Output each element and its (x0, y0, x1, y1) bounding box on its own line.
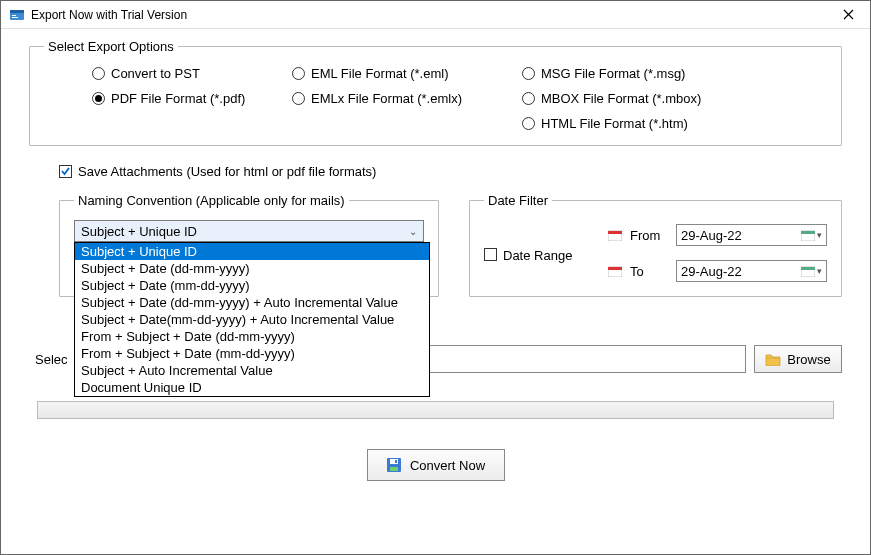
convert-now-button[interactable]: Convert Now (367, 449, 505, 481)
radio-label: HTML File Format (*.htm) (541, 116, 688, 131)
naming-option[interactable]: From + Subject + Date (mm-dd-yyyy) (75, 345, 429, 362)
naming-option[interactable]: Subject + Date (mm-dd-yyyy) (75, 277, 429, 294)
calendar-icon (608, 229, 622, 241)
radio-label: MSG File Format (*.msg) (541, 66, 685, 81)
naming-option[interactable]: Subject + Unique ID (75, 243, 429, 260)
svg-rect-14 (390, 467, 398, 471)
to-date-value: 29-Aug-22 (681, 264, 742, 279)
naming-convention-group: Naming Convention (Applicable only for m… (59, 193, 439, 297)
convert-now-label: Convert Now (410, 458, 485, 473)
naming-option[interactable]: Subject + Auto Incremental Value (75, 362, 429, 379)
chevron-down-icon: ▾ (817, 230, 822, 240)
radio-label: Convert to PST (111, 66, 200, 81)
progress-bar (37, 401, 834, 419)
naming-option[interactable]: Subject + Date (dd-mm-yyyy) + Auto Incre… (75, 294, 429, 311)
checkbox-icon (484, 248, 497, 261)
svg-rect-9 (608, 267, 622, 270)
save-icon (386, 457, 402, 473)
from-date-input[interactable]: 29-Aug-22 ▾ (676, 224, 827, 246)
naming-option[interactable]: Document Unique ID (75, 379, 429, 396)
radio-eml[interactable]: EML File Format (*.eml) (292, 66, 522, 81)
to-label: To (630, 264, 668, 279)
save-attachments-label: Save Attachments (Used for html or pdf f… (78, 164, 376, 179)
chevron-down-icon: ⌄ (409, 226, 417, 237)
svg-rect-5 (608, 231, 622, 234)
window-title: Export Now with Trial Version (31, 8, 828, 22)
date-filter-group: Date Filter Date Range From 29-Aug-22 ▾ (469, 193, 842, 297)
chevron-down-icon: ▾ (817, 266, 822, 276)
naming-option[interactable]: Subject + Date (dd-mm-yyyy) (75, 260, 429, 277)
radio-label: EMLx File Format (*.emlx) (311, 91, 462, 106)
radio-emlx[interactable]: EMLx File Format (*.emlx) (292, 91, 522, 106)
close-button[interactable] (828, 2, 868, 28)
naming-option[interactable]: From + Subject + Date (dd-mm-yyyy) (75, 328, 429, 345)
radio-convert-to-pst[interactable]: Convert to PST (92, 66, 292, 81)
radio-html[interactable]: HTML File Format (*.htm) (522, 116, 752, 131)
from-date-value: 29-Aug-22 (681, 228, 742, 243)
calendar-icon (608, 265, 622, 277)
naming-option[interactable]: Subject + Date(mm-dd-yyyy) + Auto Increm… (75, 311, 429, 328)
save-attachments-checkbox[interactable]: Save Attachments (Used for html or pdf f… (59, 164, 842, 179)
svg-rect-2 (12, 15, 16, 16)
close-icon (843, 9, 854, 20)
naming-combo-dropdown: Subject + Unique ID Subject + Date (dd-m… (74, 242, 430, 397)
svg-rect-15 (395, 460, 397, 463)
radio-label: PDF File Format (*.pdf) (111, 91, 245, 106)
calendar-icon (801, 265, 815, 277)
radio-pdf[interactable]: PDF File Format (*.pdf) (92, 91, 292, 106)
folder-icon (765, 353, 781, 366)
svg-rect-7 (801, 231, 815, 234)
naming-combo[interactable]: Subject + Unique ID ⌄ Subject + Unique I… (74, 220, 424, 242)
date-filter-legend: Date Filter (484, 193, 552, 208)
date-range-label: Date Range (503, 248, 572, 263)
from-label: From (630, 228, 668, 243)
export-options-group: Select Export Options Convert to PST EML… (29, 39, 842, 146)
radio-label: MBOX File Format (*.mbox) (541, 91, 701, 106)
checkbox-icon (59, 165, 72, 178)
naming-combo-display[interactable]: Subject + Unique ID ⌄ (74, 220, 424, 242)
browse-label: Browse (787, 352, 830, 367)
radio-label: EML File Format (*.eml) (311, 66, 448, 81)
app-icon (9, 7, 25, 23)
svg-rect-3 (12, 17, 18, 18)
titlebar: Export Now with Trial Version (1, 1, 870, 29)
svg-rect-11 (801, 267, 815, 270)
export-options-legend: Select Export Options (44, 39, 178, 54)
radio-msg[interactable]: MSG File Format (*.msg) (522, 66, 752, 81)
svg-rect-1 (10, 10, 24, 13)
browse-button[interactable]: Browse (754, 345, 842, 373)
naming-legend: Naming Convention (Applicable only for m… (74, 193, 349, 208)
calendar-icon (801, 229, 815, 241)
naming-combo-value: Subject + Unique ID (81, 224, 197, 239)
date-range-checkbox[interactable]: Date Range (484, 224, 594, 282)
to-date-input[interactable]: 29-Aug-22 ▾ (676, 260, 827, 282)
radio-mbox[interactable]: MBOX File Format (*.mbox) (522, 91, 752, 106)
